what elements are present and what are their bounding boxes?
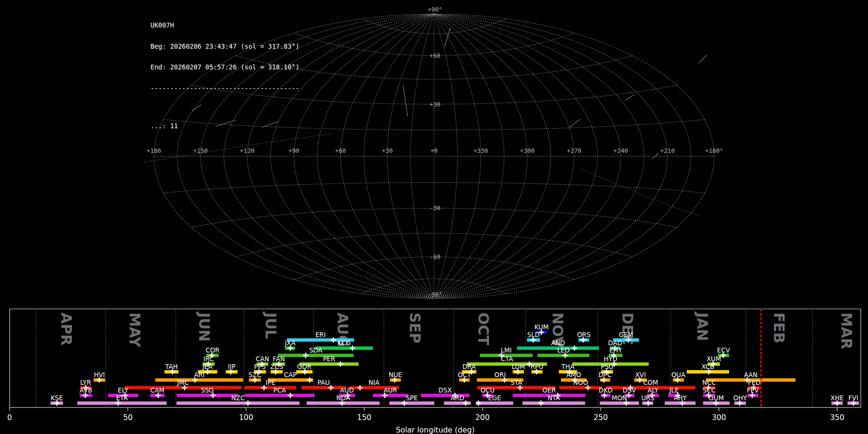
shower-label: SSG — [201, 387, 214, 394]
shower-label: SDA — [309, 347, 322, 354]
map-lon-label: +30 — [382, 147, 393, 154]
screenshot-root: +180+150+120+90+60+30+0+330+300+270+240+… — [0, 0, 868, 434]
shower-label: NOO — [573, 379, 588, 386]
shower-label: AMO — [566, 371, 581, 379]
shower-label: NCC — [702, 379, 716, 386]
shower-bar — [176, 402, 299, 405]
shower-label: DRA — [462, 363, 476, 370]
begin-time: Beg: 20260206 23:43:47 (sol = 317.83°) — [150, 43, 299, 50]
shower-peak-marker — [245, 401, 251, 406]
map-lat-label: -90° — [428, 291, 442, 298]
shower-label: MON — [612, 394, 627, 402]
shower-label: NZC — [231, 394, 245, 402]
shower-bar — [522, 402, 585, 405]
shower-label: NIA — [368, 379, 380, 386]
shower-label: PPS — [254, 363, 266, 370]
meteor-trail — [699, 55, 707, 63]
month-label: JUN — [196, 312, 213, 342]
map-lat-label: +60 — [430, 52, 441, 59]
shower-bar — [600, 402, 639, 405]
shower-label: DPC — [598, 371, 611, 379]
month-label: SEP — [407, 312, 423, 343]
month-label: OCT — [475, 312, 492, 346]
tick-label: 0 — [7, 413, 12, 422]
shower-peak-marker — [476, 401, 481, 406]
tick-label: 150 — [357, 413, 372, 422]
shower-label: JMC — [176, 379, 189, 386]
map-lon-label: +150 — [193, 147, 208, 154]
map-lat-label: -60 — [430, 253, 441, 260]
shower-bar — [155, 379, 243, 382]
x-axis-title: Solar longitude (deg) — [396, 426, 475, 434]
shower-label: GEM — [619, 331, 633, 339]
shower-label: XCB — [702, 363, 714, 370]
shower-label: PCA — [273, 387, 286, 394]
shower-bar — [77, 402, 166, 405]
shower-label: CAM — [150, 387, 165, 394]
shower-bar — [244, 386, 296, 390]
meteor-trail — [445, 27, 450, 47]
shower-peak-marker — [572, 346, 577, 351]
shower-bar — [559, 386, 602, 390]
meridian-gridline — [434, 14, 644, 298]
shower-label: FED — [748, 379, 760, 386]
map-lon-label: +90 — [288, 147, 299, 154]
meteor-trail — [403, 85, 407, 116]
shower-label: COM — [643, 379, 658, 386]
shower-peak-marker — [538, 401, 543, 406]
end-time: End: 20260207 05:57:26 (sol = 318.10°) — [150, 64, 299, 71]
tick-label: 200 — [475, 413, 490, 422]
shower-bar — [315, 347, 373, 350]
month-label: MAR — [838, 312, 855, 349]
tick-label: 100 — [239, 413, 253, 422]
shower-label: EGE — [488, 394, 501, 402]
tick-label: 300 — [712, 413, 726, 422]
sky-map: +180+150+120+90+60+30+0+330+300+270+240+… — [0, 0, 868, 309]
shower-label: SCC — [703, 387, 716, 394]
month-label: JUL — [262, 312, 279, 339]
shower-label: EHY — [609, 347, 622, 354]
tick-label: 250 — [594, 413, 608, 422]
shower-label: PAU — [317, 379, 330, 386]
map-lon-label: +240 — [613, 147, 628, 154]
shower-label: GDR — [297, 363, 312, 370]
faint-dotted-arc — [581, 169, 700, 216]
shower-peak-marker — [338, 362, 343, 367]
shower-label: AUR — [384, 387, 397, 394]
map-lon-label: +270 — [567, 147, 581, 154]
shower-label: HYD — [604, 355, 617, 363]
shower-label: AVB — [80, 387, 92, 394]
shower-label: LEO — [557, 347, 570, 354]
shower-label: XUM — [706, 355, 721, 363]
shower-label: CAP — [284, 371, 297, 379]
meteor-trail — [570, 119, 580, 127]
map-lat-label: +90° — [428, 6, 442, 13]
shower-label: CTA — [501, 355, 513, 363]
separator-line: -------------------------------------- — [150, 85, 299, 92]
shower-bar — [244, 394, 314, 397]
map-lat-label: -30 — [430, 204, 441, 212]
shower-label: PER — [323, 355, 335, 363]
map-lon-label: +300 — [520, 147, 535, 154]
tick-label: 50 — [123, 413, 133, 422]
tick-label: 350 — [830, 413, 844, 422]
shower-label: NUE — [389, 371, 402, 379]
month-label: JAN — [694, 312, 711, 341]
shower-label: ZCS — [270, 363, 283, 370]
meteor-trail — [625, 95, 635, 100]
month-label: APR — [58, 312, 75, 345]
month-label: FEB — [771, 312, 787, 343]
shower-label: AUD — [340, 387, 354, 394]
shower-bar — [177, 394, 238, 397]
shower-peak-marker — [307, 378, 312, 383]
shower-label: AND — [551, 339, 565, 347]
shower-label: CAN — [256, 355, 269, 363]
shower-peak-marker — [303, 353, 308, 358]
shower-label: DSX — [438, 387, 452, 394]
faint-dotted-arc — [326, 41, 348, 52]
meridian-gridline — [434, 14, 621, 298]
shower-label: OER — [542, 387, 556, 394]
shower-label: ERI — [315, 331, 326, 339]
shower-bar — [476, 402, 513, 405]
shower-label: KCG — [338, 339, 351, 347]
